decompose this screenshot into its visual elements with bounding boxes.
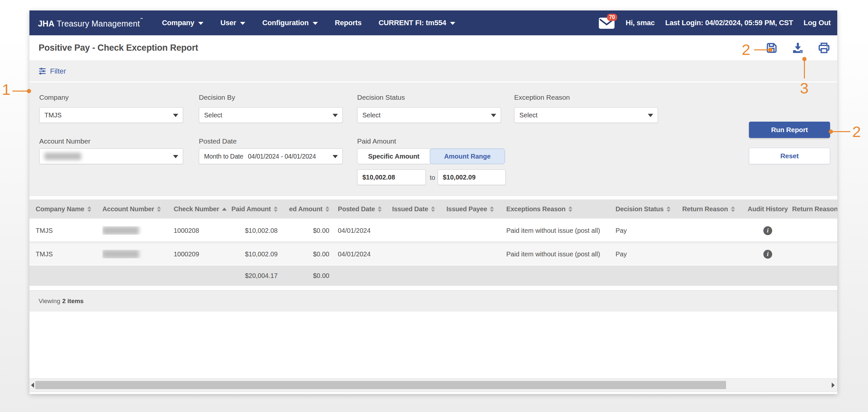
col-header-paid-amount[interactable]: Paid Amount — [230, 205, 289, 213]
download-report-button[interactable] — [792, 42, 804, 54]
cell-decision-status: Pay — [616, 251, 682, 258]
info-icon[interactable]: i — [763, 250, 772, 259]
top-navbar: JHA Treasury Management℠ Company User Co… — [29, 10, 837, 35]
annotation-2-save-number: 2 — [742, 42, 750, 57]
sort-icon — [431, 206, 435, 212]
col-header-exceptions-reason[interactable]: Exceptions Reason — [506, 205, 616, 213]
chevron-down-icon — [173, 114, 178, 117]
col-header-return-reason[interactable]: Return Reason — [682, 205, 743, 213]
nav-item-reports[interactable]: Reports — [335, 19, 362, 27]
sort-icon — [274, 206, 278, 212]
col-header-account-number[interactable]: Account Number — [102, 205, 174, 213]
brand-logo[interactable]: JHA Treasury Management℠ — [38, 17, 144, 28]
redacted-account-number — [102, 250, 139, 258]
chevron-down-icon — [173, 155, 178, 158]
download-icon — [792, 42, 804, 54]
navbar-right-group: 70 Hi, smac Last Login: 04/02/2024, 05:5… — [598, 17, 831, 29]
posted-date-select[interactable]: Month to Date 04/01/2024 - 04/01/2024 — [199, 149, 343, 164]
table-row: TMJS 1000208 $10,002.08 $0.00 04/01/2024… — [29, 220, 837, 241]
cell-posted-date: 04/01/2024 — [338, 227, 392, 234]
col-header-issued-amount[interactable]: Issued Amount — [289, 205, 338, 213]
account-number-label: Account Number — [39, 137, 90, 145]
exception-reason-select[interactable]: Select — [514, 107, 658, 123]
empty-table-area — [29, 312, 837, 378]
sort-icon — [666, 206, 671, 212]
run-report-button[interactable]: Run Report — [749, 122, 830, 138]
horizontal-scrollbar-thumb[interactable] — [35, 381, 726, 389]
col-header-issued-payee[interactable]: Issued Payee — [446, 205, 506, 213]
print-icon — [818, 42, 830, 54]
decision-status-label: Decision Status — [357, 94, 405, 101]
col-header-check-number[interactable]: Check Number — [174, 205, 230, 213]
amount-to-input[interactable] — [438, 169, 506, 185]
posted-date-label: Posted Date — [199, 137, 237, 145]
scroll-left-arrow-icon[interactable] — [31, 383, 34, 388]
viewing-status-bar: Viewing 2 items — [29, 290, 837, 312]
col-header-company-name[interactable]: Company Name — [36, 205, 102, 213]
amount-range-toggle[interactable]: Amount Range — [430, 149, 505, 164]
cell-company: TMJS — [36, 251, 102, 258]
table-header-row: Company Name Account Number Check Number… — [29, 199, 837, 220]
col-header-issued-date[interactable]: Issued Date — [392, 205, 446, 213]
cell-audit-history: i — [743, 250, 792, 259]
decision-status-select[interactable]: Select — [357, 107, 501, 123]
decision-by-label: Decision By — [199, 94, 235, 101]
sliders-icon — [38, 67, 47, 75]
cell-issued-amount: $0.00 — [289, 251, 338, 258]
chevron-down-icon — [333, 155, 338, 158]
nav-item-user[interactable]: User — [220, 19, 245, 27]
brand-mark: ℠ — [140, 17, 144, 21]
cell-posted-date: 04/01/2024 — [338, 251, 392, 258]
reset-button[interactable]: Reset — [749, 148, 830, 164]
separator — [29, 196, 837, 199]
screen: JHA Treasury Management℠ Company User Co… — [0, 0, 868, 412]
cell-check-number: 1000208 — [174, 227, 230, 234]
print-report-button[interactable] — [818, 42, 830, 54]
col-header-decision-status[interactable]: Decision Status — [616, 205, 682, 213]
sort-icon — [87, 206, 91, 212]
nav-item-company[interactable]: Company — [162, 19, 204, 27]
chevron-down-icon — [198, 22, 204, 25]
brand-bold: JHA — [38, 19, 55, 28]
scroll-right-arrow-icon[interactable] — [832, 383, 835, 388]
col-header-audit-history: Audit History — [743, 205, 792, 213]
horizontal-scrollbar-track[interactable] — [29, 378, 837, 392]
title-bar: Positive Pay - Check Exception Report — [29, 35, 837, 61]
annotation-1-dot — [27, 89, 31, 93]
paid-amount-label: Paid Amount — [357, 137, 396, 145]
col-header-posted-date[interactable]: Posted Date — [338, 205, 392, 213]
total-paid-amount: $20,004.17 — [230, 272, 289, 280]
sort-icon — [568, 206, 572, 212]
company-select[interactable]: TMJS — [39, 107, 183, 123]
filter-toggle-bar: Filter — [29, 61, 837, 82]
annotation-1-line — [12, 91, 28, 92]
app-window: JHA Treasury Management℠ Company User Co… — [29, 10, 837, 394]
separator — [29, 286, 837, 290]
chevron-down-icon — [450, 22, 455, 25]
account-number-select[interactable] — [39, 149, 183, 164]
decision-by-select[interactable]: Select — [199, 107, 343, 123]
cell-issued-amount: $0.00 — [289, 227, 338, 234]
annotation-3-number: 3 — [800, 81, 808, 96]
page-title: Positive Pay - Check Exception Report — [39, 43, 198, 53]
chevron-down-icon — [240, 22, 245, 25]
nav-menu: Company User Configuration Reports CURRE… — [162, 19, 455, 27]
amount-from-input[interactable] — [357, 169, 426, 185]
to-label: to — [430, 174, 435, 182]
specific-amount-toggle[interactable]: Specific Amount — [357, 149, 430, 164]
col-header-return-reason-attachment: Return Reason Attac — [792, 205, 837, 213]
logout-link[interactable]: Log Out — [804, 19, 831, 27]
info-icon[interactable]: i — [763, 226, 772, 235]
annotation-2-save-dot — [768, 48, 773, 52]
nav-item-configuration[interactable]: Configuration — [262, 19, 318, 27]
annotation-2-run-line — [833, 131, 850, 132]
total-issued-amount: $0.00 — [289, 272, 338, 280]
totals-row: $20,004.17 $0.00 — [29, 265, 837, 286]
sort-ascending-icon — [222, 208, 227, 211]
cell-exceptions-reason: Paid item without issue (post all) — [506, 227, 616, 234]
cell-company: TMJS — [36, 227, 102, 234]
nav-item-current-fi[interactable]: CURRENT FI: tm554 — [378, 19, 455, 27]
cell-paid-amount: $10,002.08 — [230, 227, 289, 234]
mail-icon[interactable]: 70 — [598, 17, 615, 29]
filter-toggle-link[interactable]: Filter — [50, 67, 66, 75]
